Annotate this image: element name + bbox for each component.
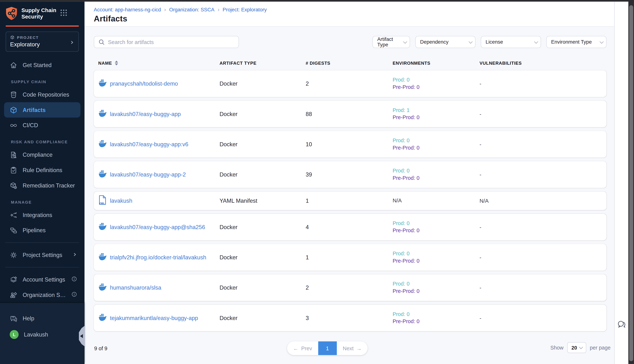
project-selector[interactable]: PROJECT Exploratory [6, 32, 79, 52]
window-scrollbar[interactable] [628, 0, 634, 364]
artifact-icon-cell [98, 170, 110, 179]
pipelines-icon [10, 226, 18, 234]
sidebar-item-get-started[interactable]: Get Started [4, 57, 81, 73]
env-prod-link[interactable]: Prod: 0 [393, 76, 480, 84]
docker-icon [98, 222, 107, 232]
layers-gear-icon [10, 276, 18, 283]
env-preprod-link[interactable]: Pre-Prod: 0 [393, 174, 480, 182]
docker-icon [98, 79, 107, 88]
table-row-pranaycshah-todolist-demo[interactable]: pranaycshah/todolist-demoDocker2Prod: 0P… [94, 70, 606, 97]
env-prod-link[interactable]: Prod: 0 [393, 220, 480, 227]
collapse-arrow-icon [80, 334, 83, 338]
sidebar-item-label: Integrations [23, 212, 77, 218]
breadcrumb-link-1[interactable]: Organization: SSCA [169, 7, 214, 12]
env-preprod-link[interactable]: Pre-Prod: 0 [393, 318, 480, 326]
env-preprod-link[interactable]: Pre-Prod: 0 [393, 288, 480, 295]
env-prod-link[interactable]: Prod: 0 [393, 310, 480, 318]
filter-bar: Artifact TypeDependencyLicenseEnvironmen… [372, 36, 606, 48]
vulnerabilities-cell: - [480, 315, 606, 321]
table-row-trialpfv2hi-jfrog-io-docker-trial-lavakush[interactable]: trialpfv2hi.jfrog.io/docker-trial/lavaku… [94, 244, 606, 270]
sidebar-divider [5, 267, 79, 268]
next-page-button[interactable]: Next → [337, 341, 368, 355]
env-preprod-link[interactable]: Pre-Prod: 0 [393, 114, 480, 122]
sort-icon[interactable] [115, 61, 118, 66]
filter-dropdown-environment-type[interactable]: Environment Type [546, 36, 606, 48]
right-gutter [614, 2, 628, 364]
artifact-name-link[interactable]: pranaycshah/todolist-demo [110, 80, 220, 87]
page-size-select[interactable]: 20 [567, 342, 586, 353]
app-root: Supply Chain Security PROJECT Explorator… [0, 0, 634, 364]
user-avatar[interactable]: L [10, 330, 19, 339]
search-input[interactable] [108, 36, 235, 48]
artifact-name-link[interactable]: lavakush07/easy-buggy-app-2 [110, 171, 220, 178]
artifact-name-link[interactable]: trialpfv2hi.jfrog.io/docker-trial/lavaku… [110, 254, 220, 260]
sidebar-item-rule-definitions[interactable]: Rule Definitions [4, 162, 81, 178]
artifact-name-link[interactable]: tejakummarikuntla/easy-buggy-app [110, 315, 220, 321]
sidebar-item-account-settings[interactable]: Account Settings [4, 272, 81, 287]
table-row-humanshuarora-slsa[interactable]: humanshuarora/slsaDocker2Prod: 0Pre-Prod… [94, 274, 606, 301]
page-size-show-label: Show [550, 344, 563, 350]
page-size-suffix-label: per page [590, 344, 610, 350]
current-page-button[interactable]: 1 [318, 341, 337, 355]
sidebar-item-help[interactable]: ? Help [4, 310, 81, 326]
column-header-label: ARTIFACT TYPE [220, 61, 256, 66]
column-header-name[interactable]: NAME [98, 61, 220, 66]
sidebar-item-compliance[interactable]: Compliance [4, 147, 81, 162]
env-preprod-link[interactable]: Pre-Prod: 0 [393, 84, 480, 91]
breadcrumb-link-2[interactable]: Project: Exploratory [223, 7, 267, 12]
vulnerabilities-cell: - [480, 172, 606, 178]
sidebar-item-user[interactable]: L Lavakush [4, 326, 81, 342]
table-row-lavakush07-easy-buggy-app-v6[interactable]: lavakush07/easy-buggy-app:v6Docker10Prod… [94, 131, 606, 158]
table-row-lavakush07-easy-buggy-app-sha256[interactable]: lavakush07/easy-buggy-app@sha256Docker4P… [94, 214, 606, 240]
digests-cell: 88 [306, 111, 393, 117]
sidebar-item-pipelines[interactable]: Pipelines [4, 222, 81, 238]
artifact-name-link[interactable]: lavakush07/easy-buggy-app@sha256 [110, 224, 220, 230]
chevron-down-icon [534, 40, 538, 44]
filter-dropdown-artifact-type[interactable]: Artifact Type [372, 36, 410, 48]
chevron-down-icon [403, 40, 407, 44]
docker-icon [98, 109, 107, 118]
artifact-name-link[interactable]: lavakush07/easy-buggy-app [110, 111, 220, 117]
environments-cell: Prod: 0Pre-Prod: 0 [393, 310, 480, 326]
sidebar-item-label: Remediation Tracker [23, 182, 77, 188]
env-prod-link[interactable]: Prod: 0 [393, 167, 480, 174]
table-row-tejakummarikuntla-easy-buggy-app[interactable]: tejakummarikuntla/easy-buggy-appDocker3P… [94, 304, 606, 331]
artifact-name-link[interactable]: humanshuarora/slsa [110, 284, 220, 291]
app-switcher-grid-icon[interactable] [60, 9, 67, 18]
breadcrumb-separator-icon: › [218, 6, 219, 12]
breadcrumb-link-0[interactable]: Account: app-harness-ng-cicd [94, 7, 161, 12]
org-gear-icon [10, 291, 18, 299]
artifact-name-link[interactable]: lavakush07/easy-buggy-app:v6 [110, 141, 220, 147]
filter-dropdown-license[interactable]: License [481, 36, 541, 48]
env-prod-link[interactable]: Prod: 1 [393, 106, 480, 114]
prev-page-button[interactable]: ← Prev [287, 341, 318, 355]
table-row-lavakush[interactable]: YMLlavakushYAML Manifest1N/AN/A [94, 192, 606, 210]
filter-label: Environment Type [551, 39, 592, 45]
table-row-lavakush07-easy-buggy-app-2[interactable]: lavakush07/easy-buggy-app-2Docker39Prod:… [94, 161, 606, 188]
search-box [94, 36, 239, 48]
env-prod-link[interactable]: Prod: 0 [393, 250, 480, 257]
support-chat-icon[interactable] [616, 319, 627, 329]
scrollbar-thumb[interactable] [629, 5, 633, 361]
nav-section-risk-and-compliance: RISK AND COMPLIANCE [0, 133, 85, 147]
sidebar-item-remediation-tracker[interactable]: Remediation Tracker [4, 178, 81, 193]
env-preprod-link[interactable]: Pre-Prod: 0 [393, 257, 480, 265]
env-prod-link[interactable]: Prod: 0 [393, 280, 480, 288]
filter-dropdown-dependency[interactable]: Dependency [415, 36, 475, 48]
artifact-type-cell: Docker [220, 141, 306, 147]
table-row-lavakush07-easy-buggy-app[interactable]: lavakush07/easy-buggy-appDocker88Prod: 1… [94, 100, 606, 127]
sidebar-item-integrations[interactable]: Integrations [4, 207, 81, 223]
breadcrumb: Account: app-harness-ng-cicd›Organizatio… [94, 6, 267, 12]
artifact-name-link[interactable]: lavakush [110, 198, 220, 204]
sidebar-item-artifacts[interactable]: Artifacts [4, 102, 81, 118]
home-icon [10, 61, 18, 69]
digests-cell: 39 [306, 171, 393, 178]
env-preprod-link[interactable]: Pre-Prod: 0 [393, 144, 480, 152]
project-name: Exploratory [10, 41, 74, 48]
sidebar-item-project-settings[interactable]: Project Settings [4, 247, 81, 263]
sidebar-item-ci-cd[interactable]: CI/CD [4, 118, 81, 133]
sidebar-item-code-repositories[interactable]: </>Code Repositories [4, 87, 81, 102]
env-preprod-link[interactable]: Pre-Prod: 0 [393, 227, 480, 234]
env-prod-link[interactable]: Prod: 0 [393, 137, 480, 144]
sidebar-item-organization-settings[interactable]: Organization Settings [4, 287, 81, 302]
